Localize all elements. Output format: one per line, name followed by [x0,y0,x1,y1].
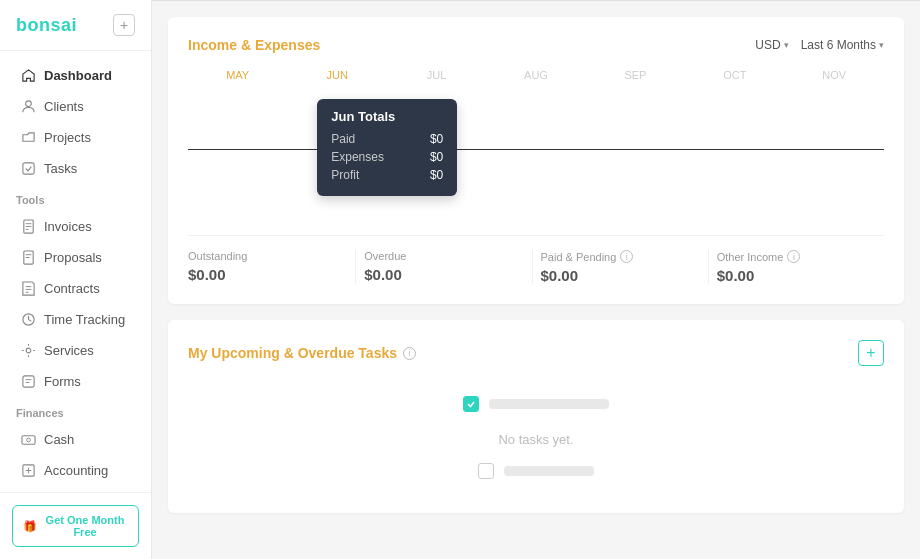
currency-chevron-icon: ▾ [784,40,789,50]
sidebar-logo: bonsai + [0,0,151,51]
period-selector[interactable]: Last 6 Months ▾ [801,38,884,52]
tooltip-row-paid: Paid $0 [331,132,443,146]
finances-section-label: Finances [0,397,151,423]
sidebar-navigation: Dashboard Clients Projects [0,51,151,492]
task-text-placeholder [489,399,609,409]
month-oct: OCT [685,69,784,81]
task-placeholder-row-1 [463,390,609,418]
sidebar-item-tasks[interactable]: Tasks [4,153,147,183]
new-item-button[interactable]: + [113,14,135,36]
forms-icon [20,373,36,389]
person-icon [20,98,36,114]
tasks-info-icon[interactable]: i [403,347,416,360]
month-jun: JUN [287,69,386,81]
task-placeholder-row-2 [478,457,594,485]
logo-text: bonsai [16,15,77,36]
chart-canvas: Jun Totals Paid $0 Expenses $0 Profit $0 [188,89,884,209]
top-divider [152,0,920,1]
proposal-icon [20,249,36,265]
tasks-empty-state: No tasks yet. [188,382,884,493]
get-free-button[interactable]: 🎁 Get One Month Free [12,505,139,547]
tooltip-paid-value: $0 [430,132,443,146]
income-expenses-title: Income & Expenses [188,37,320,53]
stat-outstanding: Outstanding $0.00 [188,250,356,284]
chart-tooltip: Jun Totals Paid $0 Expenses $0 Profit $0 [317,99,457,196]
stat-other-income-label: Other Income i [717,250,876,263]
tooltip-expenses-value: $0 [430,150,443,164]
services-icon [20,342,36,358]
tooltip-row-profit: Profit $0 [331,168,443,182]
tooltip-profit-label: Profit [331,168,359,182]
month-aug: AUG [486,69,585,81]
income-expenses-card: Income & Expenses USD ▾ Last 6 Months ▾ … [168,17,904,304]
svg-point-13 [26,348,31,353]
task-checkbox-unchecked[interactable] [478,463,494,479]
sidebar-item-invoices[interactable]: Invoices [4,211,147,241]
stat-overdue: Overdue $0.00 [356,250,532,284]
stat-outstanding-label: Outstanding [188,250,347,262]
stat-other-income: Other Income i $0.00 [709,250,884,284]
stat-paid-pending: Paid & Pending i $0.00 [533,250,709,284]
stat-outstanding-value: $0.00 [188,266,347,283]
sidebar-footer: 🎁 Get One Month Free [0,492,151,559]
svg-rect-14 [22,375,33,386]
stat-other-income-value: $0.00 [717,267,876,284]
tasks-title-wrap: My Upcoming & Overdue Tasks i [188,345,416,361]
card-controls: USD ▾ Last 6 Months ▾ [755,38,884,52]
stat-paid-pending-value: $0.00 [541,267,700,284]
sidebar-item-clients-label: Clients [44,99,84,114]
folder-icon [20,129,36,145]
chart-area: MAY JUN JUL AUG SEP OCT NOV Jun Totals P… [188,69,884,219]
stat-paid-pending-label: Paid & Pending i [541,250,700,263]
tooltip-expenses-label: Expenses [331,150,384,164]
tasks-card-header: My Upcoming & Overdue Tasks i + [188,340,884,366]
tasks-card: My Upcoming & Overdue Tasks i + No tasks… [168,320,904,513]
period-value: Last 6 Months [801,38,876,52]
gift-icon: 🎁 [23,520,37,533]
sidebar-item-invoices-label: Invoices [44,219,92,234]
sidebar-item-cash[interactable]: Cash [4,424,147,454]
currency-selector[interactable]: USD ▾ [755,38,788,52]
sidebar-item-tasks-label: Tasks [44,161,77,176]
sidebar-item-projects-label: Projects [44,130,91,145]
no-tasks-text: No tasks yet. [498,432,573,447]
svg-rect-1 [22,162,33,173]
sidebar-item-proposals-label: Proposals [44,250,102,265]
income-expenses-header: Income & Expenses USD ▾ Last 6 Months ▾ [188,37,884,53]
tooltip-paid-label: Paid [331,132,355,146]
tooltip-profit-value: $0 [430,168,443,182]
sidebar-item-clients[interactable]: Clients [4,91,147,121]
month-sep: SEP [586,69,685,81]
sidebar-item-time-tracking-label: Time Tracking [44,312,125,327]
sidebar-item-services[interactable]: Services [4,335,147,365]
tasks-title: My Upcoming & Overdue Tasks [188,345,397,361]
stat-overdue-label: Overdue [364,250,523,262]
task-text-placeholder-2 [504,466,594,476]
check-icon [20,160,36,176]
main-content: Income & Expenses USD ▾ Last 6 Months ▾ … [152,0,920,559]
tooltip-row-expenses: Expenses $0 [331,150,443,164]
sidebar-item-dashboard[interactable]: Dashboard [4,60,147,90]
stats-row: Outstanding $0.00 Overdue $0.00 Paid & P… [188,235,884,284]
sidebar-item-proposals[interactable]: Proposals [4,242,147,272]
sidebar-item-accounting-label: Accounting [44,463,108,478]
add-task-button[interactable]: + [858,340,884,366]
paid-pending-info-icon[interactable]: i [620,250,633,263]
month-jul: JUL [387,69,486,81]
chart-baseline [188,149,884,150]
sidebar-item-time-tracking[interactable]: Time Tracking [4,304,147,334]
svg-rect-17 [21,435,34,443]
svg-point-18 [26,438,30,442]
period-chevron-icon: ▾ [879,40,884,50]
sidebar-item-projects[interactable]: Projects [4,122,147,152]
invoice-icon [20,218,36,234]
month-may: MAY [188,69,287,81]
get-free-label: Get One Month Free [42,514,128,538]
sidebar-item-accounting[interactable]: Accounting [4,455,147,485]
task-checkbox-checked[interactable] [463,396,479,412]
sidebar-item-forms-label: Forms [44,374,81,389]
contract-icon [20,280,36,296]
sidebar-item-contracts[interactable]: Contracts [4,273,147,303]
other-income-info-icon[interactable]: i [787,250,800,263]
sidebar-item-forms[interactable]: Forms [4,366,147,396]
